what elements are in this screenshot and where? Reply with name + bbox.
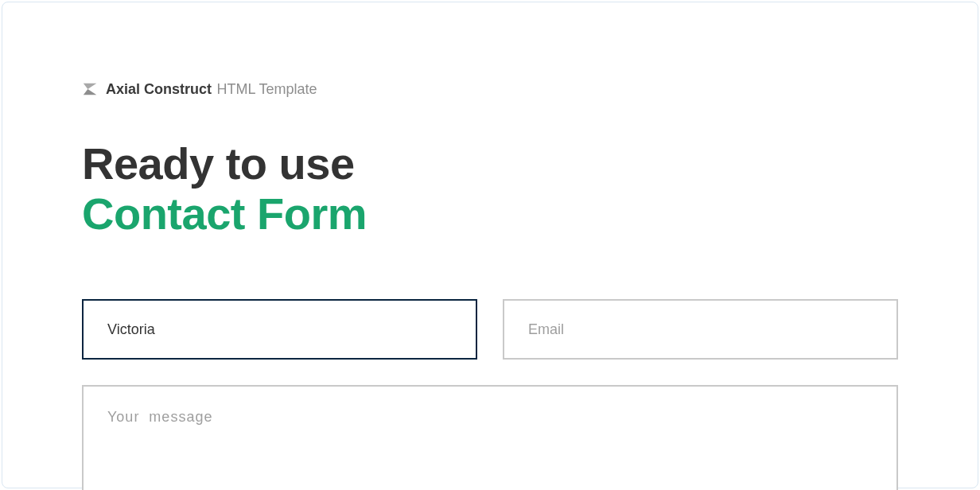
heading-line-2: Contact Form	[82, 189, 898, 239]
brand-text: Axial Construct HTML Template	[106, 81, 317, 98]
heading-line-1: Ready to use	[82, 139, 898, 189]
form-row-top	[82, 299, 898, 360]
brand-suffix: HTML Template	[216, 81, 317, 97]
email-input[interactable]	[503, 299, 898, 360]
brand-row: Axial Construct HTML Template	[82, 80, 898, 98]
brand-name: Axial Construct	[106, 81, 212, 97]
name-input[interactable]	[82, 299, 477, 360]
brand-logo-icon	[82, 80, 99, 98]
card-container: Axial Construct HTML Template Ready to u…	[2, 2, 978, 488]
message-textarea[interactable]	[82, 385, 898, 490]
page-heading: Ready to use Contact Form	[82, 139, 898, 239]
